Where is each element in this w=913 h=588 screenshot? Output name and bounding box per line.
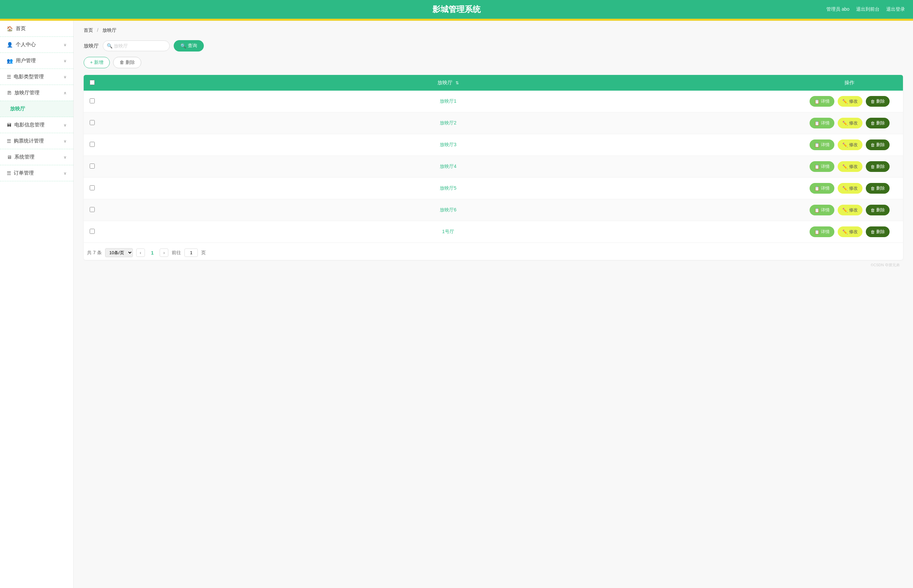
current-page: 1 bbox=[148, 250, 156, 255]
goto-input[interactable] bbox=[185, 249, 198, 257]
delete-row-button[interactable]: 🗑 删除 bbox=[866, 183, 890, 194]
pagination-total: 共 7 条 bbox=[87, 250, 102, 256]
row-checkbox[interactable] bbox=[90, 163, 95, 169]
edit-label: 修改 bbox=[849, 120, 858, 126]
detail-label: 详情 bbox=[821, 120, 830, 126]
detail-button[interactable]: 📋 详情 bbox=[809, 96, 834, 107]
sidebar-item-personal-label: 个人中心 bbox=[16, 42, 36, 48]
sidebar: 🏠 首页 👤 个人中心 ∨ 👥 用户管理 ∨ ☰ 电影类型管理 ∨ bbox=[0, 21, 74, 588]
sidebar-item-movie-info-label: 电影信息管理 bbox=[15, 122, 45, 128]
sidebar-item-sys-mgmt[interactable]: 🖥 系统管理 ∨ bbox=[0, 149, 73, 165]
edit-button[interactable]: ✏️ 修改 bbox=[838, 139, 863, 150]
detail-button[interactable]: 📋 详情 bbox=[809, 183, 834, 194]
sidebar-item-user-mgmt[interactable]: 👥 用户管理 ∨ bbox=[0, 53, 73, 69]
table-row: 放映厅2 📋 详情 ✏️ 修改 🗑 删除 bbox=[84, 112, 903, 134]
goto-label: 前往 bbox=[172, 250, 181, 256]
delete-row-button[interactable]: 🗑 删除 bbox=[866, 139, 890, 150]
sidebar-item-home[interactable]: 🏠 首页 bbox=[0, 21, 73, 37]
delete-icon: 🗑 bbox=[871, 142, 875, 147]
row-hall-name: 放映厅6 bbox=[100, 199, 796, 221]
search-icon: 🔍 bbox=[107, 43, 112, 48]
header-actions: 管理员 abo 退出到前台 退出登录 bbox=[826, 6, 905, 12]
edit-button[interactable]: ✏️ 修改 bbox=[838, 96, 863, 107]
exit-front-btn[interactable]: 退出到前台 bbox=[856, 6, 879, 12]
delete-icon: 🗑 bbox=[871, 164, 875, 169]
header: 影城管理系统 管理员 abo 退出到前台 退出登录 bbox=[0, 0, 913, 19]
th-checkbox bbox=[84, 75, 100, 90]
edit-button[interactable]: ✏️ 修改 bbox=[838, 161, 863, 172]
delete-button[interactable]: 🗑 删除 bbox=[113, 57, 141, 68]
delete-row-button[interactable]: 🗑 删除 bbox=[866, 161, 890, 172]
chevron-down-icon: ∨ bbox=[63, 42, 66, 47]
sidebar-item-order-mgmt[interactable]: ☰ 订单管理 ∨ bbox=[0, 165, 73, 181]
search-input[interactable] bbox=[103, 40, 170, 51]
row-checkbox-cell bbox=[84, 112, 100, 134]
detail-button[interactable]: 📋 详情 bbox=[809, 205, 834, 215]
row-checkbox[interactable] bbox=[90, 99, 95, 103]
delete-row-button[interactable]: 🗑 删除 bbox=[866, 226, 890, 237]
system-icon: 🖥 bbox=[7, 154, 12, 160]
sidebar-item-hall-label: 放映厅 bbox=[10, 106, 25, 112]
row-hall-name: 放映厅5 bbox=[100, 178, 796, 199]
sort-icon[interactable]: ⇅ bbox=[455, 81, 459, 85]
row-checkbox[interactable] bbox=[90, 185, 95, 190]
detail-button[interactable]: 📋 详情 bbox=[809, 226, 834, 237]
edit-button[interactable]: ✏️ 修改 bbox=[838, 118, 863, 128]
add-button[interactable]: + 新增 bbox=[84, 57, 110, 68]
chevron-down-icon: ∨ bbox=[63, 171, 66, 176]
sidebar-item-user-mgmt-label: 用户管理 bbox=[16, 58, 36, 64]
breadcrumb-home[interactable]: 首页 bbox=[84, 27, 93, 33]
th-op: 操作 bbox=[796, 75, 903, 90]
detail-icon: 📋 bbox=[814, 186, 820, 191]
edit-button[interactable]: ✏️ 修改 bbox=[838, 226, 863, 237]
edit-button[interactable]: ✏️ 修改 bbox=[838, 183, 863, 194]
header-title: 影城管理系统 bbox=[432, 4, 481, 15]
row-checkbox[interactable] bbox=[90, 120, 95, 125]
edit-icon: ✏️ bbox=[842, 142, 848, 147]
delete-label: 删除 bbox=[876, 229, 885, 235]
exit-login-btn[interactable]: 退出登录 bbox=[886, 6, 905, 12]
select-all-checkbox[interactable] bbox=[90, 80, 95, 85]
chevron-down-icon: ∨ bbox=[63, 58, 66, 63]
detail-icon: 📋 bbox=[814, 164, 820, 169]
chevron-down-icon: ∨ bbox=[63, 123, 66, 128]
delete-icon: 🗑 bbox=[871, 229, 875, 234]
delete-row-button[interactable]: 🗑 删除 bbox=[866, 96, 890, 107]
page-size-select[interactable]: 10条/页20条/页50条/页 bbox=[105, 248, 133, 257]
edit-label: 修改 bbox=[849, 207, 858, 213]
delete-label: 删除 bbox=[876, 142, 885, 148]
delete-icon: 🗑 bbox=[871, 186, 875, 191]
edit-button[interactable]: ✏️ 修改 bbox=[838, 205, 863, 215]
delete-icon: 🗑 bbox=[871, 99, 875, 104]
delete-row-button[interactable]: 🗑 删除 bbox=[866, 205, 890, 215]
person-icon: 👤 bbox=[7, 42, 13, 48]
sidebar-item-hall-mgmt[interactable]: 🖹 放映厅管理 ∧ bbox=[0, 85, 73, 101]
row-hall-name: 放映厅3 bbox=[100, 134, 796, 156]
chevron-down-icon: ∨ bbox=[63, 155, 66, 160]
detail-button[interactable]: 📋 详情 bbox=[809, 161, 834, 172]
next-page-btn[interactable]: › bbox=[160, 249, 168, 257]
sidebar-item-ticket-stats[interactable]: ☰ 购票统计管理 ∨ bbox=[0, 133, 73, 149]
pagination: 共 7 条 10条/页20条/页50条/页 ‹ 1 › 前往 页 bbox=[84, 243, 903, 260]
detail-button[interactable]: 📋 详情 bbox=[809, 118, 834, 128]
edit-icon: ✏️ bbox=[842, 208, 848, 213]
detail-icon: 📋 bbox=[814, 208, 820, 213]
detail-button[interactable]: 📋 详情 bbox=[809, 139, 834, 150]
sidebar-item-movie-info[interactable]: 🖬 电影信息管理 ∨ bbox=[0, 117, 73, 133]
row-checkbox[interactable] bbox=[90, 207, 95, 212]
row-checkbox[interactable] bbox=[90, 229, 95, 234]
sidebar-item-hall[interactable]: 放映厅 bbox=[0, 101, 73, 117]
search-button[interactable]: 🔍 查询 bbox=[174, 40, 204, 52]
chevron-down-icon: ∨ bbox=[63, 74, 66, 79]
row-checkbox-cell bbox=[84, 221, 100, 243]
delete-row-button[interactable]: 🗑 删除 bbox=[866, 118, 890, 128]
delete-icon: 🗑 bbox=[871, 208, 875, 213]
sidebar-item-movie-type[interactable]: ☰ 电影类型管理 ∨ bbox=[0, 69, 73, 85]
menu-icon: ☰ bbox=[7, 74, 11, 80]
row-checkbox[interactable] bbox=[90, 142, 95, 147]
prev-page-btn[interactable]: ‹ bbox=[136, 249, 145, 257]
row-checkbox-cell bbox=[84, 199, 100, 221]
sidebar-item-personal[interactable]: 👤 个人中心 ∨ bbox=[0, 37, 73, 53]
chevron-down-icon: ∨ bbox=[63, 139, 66, 144]
delete-label: 删除 bbox=[876, 120, 885, 126]
